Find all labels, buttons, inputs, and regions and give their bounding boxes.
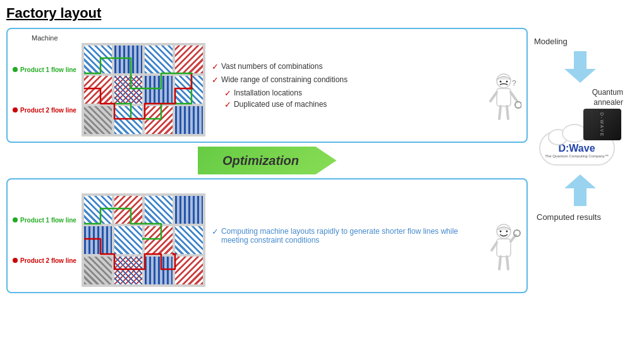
dot-red-top <box>13 107 18 112</box>
quantum-annealer-label: Quantum annealer <box>592 88 623 107</box>
svg-point-2 <box>497 74 511 88</box>
bcell-1-4 <box>175 196 203 224</box>
worker-svg-bottom <box>487 224 521 281</box>
flow-labels-top: Product 1 flow line Product 2 flow line <box>13 43 76 136</box>
check-text-install: Installation locations <box>234 88 302 97</box>
top-panel: Machine Product 1 flow line Product 2 fl… <box>6 28 528 143</box>
factory-area-top: Machine Product 1 flow line Product 2 fl… <box>13 34 205 136</box>
bcell-2-2 <box>114 226 142 254</box>
right-panel: Modeling Quantum annealer D-WAVE D:Wave … <box>534 5 626 293</box>
product1-label-bottom: Product 1 flow line <box>13 217 76 224</box>
check-icon-computing: ✓ <box>212 227 219 236</box>
main-container: Factory layout Machine Product 1 flow li… <box>0 0 632 298</box>
worker-svg-top: ? <box>487 73 521 130</box>
bcell-3-3 <box>145 257 173 284</box>
results-arrow <box>561 174 599 206</box>
sub-checks: ✓ Installation locations ✓ Duplicated us… <box>224 88 478 109</box>
bcell-1-2 <box>114 196 142 224</box>
bcell-1-3 <box>145 196 173 224</box>
check-icon-wide: ✓ <box>212 75 219 85</box>
dwave-machine: D-WAVE <box>583 109 621 140</box>
cell-1-4 <box>175 46 203 73</box>
bcell-1-1 <box>84 196 112 224</box>
cell-2-3 <box>145 76 173 104</box>
check-icon-install: ✓ <box>224 88 231 98</box>
svg-line-21 <box>499 257 501 269</box>
cell-1-1 <box>84 46 112 73</box>
cell-3-3 <box>145 106 173 134</box>
cell-2-2 <box>114 76 142 104</box>
dwave-machine-text: D-WAVE <box>600 112 604 137</box>
product2-label-bottom: Product 2 flow line <box>13 257 76 264</box>
cell-3-1 <box>84 106 112 134</box>
svg-line-7 <box>511 92 517 101</box>
svg-point-17 <box>506 231 508 233</box>
cell-1-3 <box>145 46 173 73</box>
product2-label-top: Product 2 flow line <box>13 107 76 114</box>
bcell-2-4 <box>175 226 203 254</box>
page-title: Factory layout <box>6 5 528 21</box>
dwave-sub: The Quantum Computing Company™ <box>545 154 609 158</box>
flow-labels-bottom: Product 1 flow line Product 2 flow line <box>13 193 76 287</box>
grid-and-lines-bottom: Product 1 flow line Product 2 flow line <box>13 193 205 287</box>
bcell-2-3 <box>145 226 173 254</box>
info-area-bottom: ✓ Computing machine layouts rapidly to g… <box>212 227 478 245</box>
machine-label: Machine <box>32 34 205 42</box>
svg-text:?: ? <box>512 79 516 88</box>
bcell-2-1 <box>84 226 112 254</box>
svg-rect-18 <box>497 239 511 257</box>
grid-and-lines-top: Product 1 flow line Product 2 flow line <box>13 43 205 136</box>
check-text-dup: Duplicated use of machines <box>234 100 327 109</box>
cell-2-4 <box>175 76 203 104</box>
check-computing: ✓ Computing machine layouts rapidly to g… <box>212 227 478 245</box>
check-wide: ✓ Wide range of constraining conditions <box>212 75 478 85</box>
dot-red-bottom <box>13 258 18 263</box>
bottom-panel: Product 1 flow line Product 2 flow line <box>6 178 528 293</box>
bcell-3-1 <box>84 257 112 284</box>
check-text-wide: Wide range of constraining conditions <box>221 75 348 84</box>
dwave-container: D-WAVE D:Wave The Quantum Computing Comp… <box>539 109 621 166</box>
cell-3-4 <box>175 106 203 134</box>
svg-line-9 <box>507 106 508 119</box>
dwave-logo: D:Wave <box>558 143 595 154</box>
svg-line-22 <box>507 257 508 269</box>
dot-green-bottom <box>13 217 18 222</box>
dot-green-top <box>13 67 18 72</box>
check-dup: ✓ Duplicated use of machines <box>224 100 478 109</box>
cell-3-2 <box>114 106 142 134</box>
svg-line-19 <box>492 243 497 250</box>
svg-point-23 <box>514 230 520 236</box>
svg-line-6 <box>490 92 497 101</box>
left-section: Factory layout Machine Product 1 flow li… <box>6 5 528 293</box>
modeling-label: Modeling <box>534 37 568 46</box>
cell-2-1 <box>84 76 112 104</box>
svg-rect-5 <box>497 88 511 106</box>
svg-point-4 <box>506 81 508 83</box>
product1-label-top: Product 1 flow line <box>13 66 76 73</box>
svg-point-10 <box>515 102 521 108</box>
info-area-top: ✓ Vast numbers of combinations ✓ Wide ra… <box>212 62 478 109</box>
machine-grid-top <box>82 43 205 136</box>
check-text-vast: Vast numbers of combinations <box>221 62 323 71</box>
svg-line-8 <box>499 106 501 119</box>
bcell-3-4 <box>175 257 203 284</box>
opt-text: Optimization <box>222 154 299 168</box>
bcell-3-2 <box>114 257 142 284</box>
check-icon-vast: ✓ <box>212 62 219 71</box>
factory-area-bottom: Product 1 flow line Product 2 flow line <box>13 185 205 287</box>
check-vast: ✓ Vast numbers of combinations <box>212 62 478 71</box>
optimization-banner: Optimization <box>6 147 528 174</box>
worker-figure-top: ? <box>487 73 521 136</box>
check-text-computing: Computing machine layouts rapidly to gen… <box>221 227 478 245</box>
opt-arrow: Optimization <box>198 147 337 174</box>
check-icon-dup: ✓ <box>224 100 231 109</box>
worker-figure-bottom <box>487 224 521 287</box>
check-install: ✓ Installation locations <box>224 88 478 98</box>
svg-point-3 <box>500 81 502 83</box>
computed-label: Computed results <box>537 212 601 222</box>
modeling-arrow <box>561 51 599 83</box>
cell-1-2 <box>114 46 142 73</box>
svg-point-16 <box>500 231 502 233</box>
machine-grid-bottom <box>82 193 205 287</box>
